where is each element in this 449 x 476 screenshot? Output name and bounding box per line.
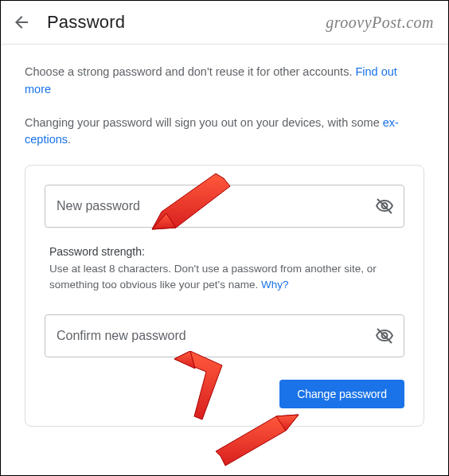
new-password-input[interactable]	[57, 199, 375, 213]
intro-line2-text: Changing your password will sign you out…	[25, 116, 383, 129]
strength-desc: Use at least 8 characters. Don't use a p…	[49, 263, 377, 291]
action-row: Change password	[45, 380, 404, 408]
find-out-more-link-2[interactable]: more	[25, 83, 51, 96]
watermark-text: groovyPost.com	[326, 14, 434, 32]
header-bar: Password groovyPost.com	[1, 1, 448, 45]
toggle-visibility-icon[interactable]	[375, 197, 394, 216]
back-arrow-icon[interactable]	[12, 13, 31, 32]
find-out-more-link-1[interactable]: Find out	[355, 65, 396, 78]
exceptions-link-1[interactable]: ex-	[383, 116, 399, 129]
exceptions-link-2[interactable]: ceptions	[25, 133, 68, 146]
password-strength-block: Password strength: Use at least 8 charac…	[45, 245, 404, 294]
page-title: Password	[47, 12, 125, 33]
new-password-field[interactable]	[45, 185, 404, 228]
intro-line2-suffix: .	[68, 133, 71, 146]
header-left: Password	[12, 12, 125, 33]
intro-line2: Changing your password will sign you out…	[25, 115, 424, 150]
strength-title: Password strength:	[49, 245, 400, 258]
confirm-password-field[interactable]	[45, 314, 404, 357]
password-card: Password strength: Use at least 8 charac…	[25, 165, 424, 427]
content-area: Choose a strong password and don't reuse…	[1, 45, 448, 446]
toggle-visibility-icon[interactable]	[375, 326, 394, 345]
why-link[interactable]: Why?	[261, 279, 289, 291]
intro-line1-text: Choose a strong password and don't reuse…	[25, 65, 355, 78]
strength-text: Use at least 8 characters. Don't use a p…	[49, 261, 400, 294]
confirm-password-input[interactable]	[57, 329, 375, 343]
change-password-button[interactable]: Change password	[279, 380, 404, 408]
intro-line1: Choose a strong password and don't reuse…	[25, 64, 424, 99]
